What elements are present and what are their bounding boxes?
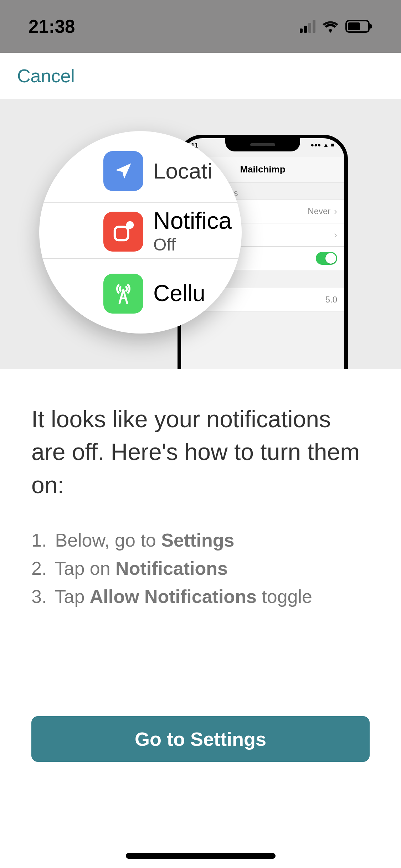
chevron-right-icon: ›	[334, 229, 337, 241]
toggle-on-icon	[316, 252, 337, 265]
battery-icon	[345, 20, 372, 33]
step-3: 3. Tap Allow Notifications toggle	[31, 583, 370, 611]
magnifier-cellular-label: Cellu	[153, 280, 205, 306]
magnifier-circle: Locati Notifica Off	[39, 131, 242, 334]
instructions-heading: It looks like your notifications are off…	[31, 403, 370, 501]
modal-header: Cancel	[0, 53, 401, 99]
step-2: 2. Tap on Notifications	[31, 554, 370, 583]
magnifier-notifications-sub: Off	[153, 235, 232, 254]
cellular-tower-icon	[103, 274, 143, 314]
svg-rect-3	[115, 227, 128, 240]
chevron-right-icon: ›	[334, 206, 337, 217]
status-icons	[300, 20, 372, 33]
phone-mockup-version-value: 5.0	[325, 295, 337, 305]
cancel-button[interactable]: Cancel	[17, 65, 75, 87]
wifi-icon	[322, 20, 339, 33]
status-time: 21:38	[29, 16, 75, 37]
content-area: It looks like your notifications are off…	[0, 369, 401, 611]
illustration: 11 ●●●▲■ Mailchimp MP TO ACCESS Never › …	[0, 99, 401, 369]
phone-mockup-row-value: Never	[308, 206, 330, 216]
modal-sheet: Cancel 11 ●●●▲■ Mailchimp MP TO ACCESS N…	[0, 53, 401, 868]
cellular-signal-icon	[300, 20, 315, 33]
step-1: 1. Below, go to Settings	[31, 526, 370, 554]
instructions-steps: 1. Below, go to Settings 2. Tap on Notif…	[31, 526, 370, 611]
svg-point-4	[126, 221, 134, 229]
phone-mockup-status: 11 ●●●▲■	[181, 142, 344, 153]
cta-container: Go to Settings	[31, 716, 370, 762]
svg-rect-2	[348, 22, 360, 30]
home-indicator[interactable]	[126, 853, 276, 859]
magnifier-location-label: Locati	[153, 158, 212, 184]
notifications-icon	[103, 212, 143, 252]
magnifier-notifications-label: Notifica	[153, 207, 232, 234]
status-bar: 21:38	[0, 0, 401, 53]
phone-mockup-status-icons: ●●●▲■	[310, 142, 334, 153]
location-arrow-icon	[103, 151, 143, 191]
go-to-settings-button[interactable]: Go to Settings	[31, 716, 370, 762]
magnifier-row-notifications: Notifica Off	[39, 202, 242, 259]
svg-rect-1	[370, 24, 372, 29]
